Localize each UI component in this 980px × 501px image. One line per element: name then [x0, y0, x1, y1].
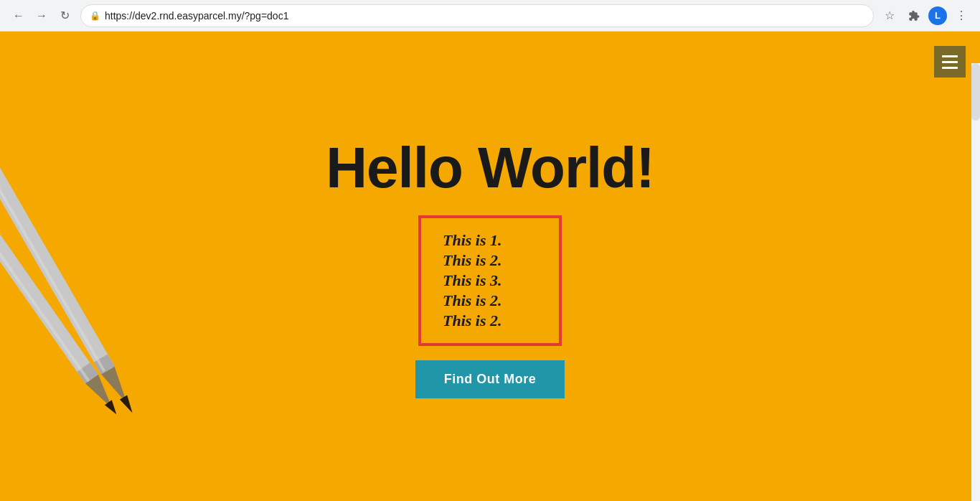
red-box-items-list: This is 1. This is 2. This is 3. This is… [443, 231, 537, 330]
svg-marker-3 [105, 400, 120, 416]
list-item: This is 2. [443, 251, 537, 270]
nav-buttons: ← → ↻ [9, 6, 75, 26]
hamburger-line-1 [942, 55, 958, 57]
extensions-button[interactable] [904, 6, 924, 26]
list-item: This is 1. [443, 231, 537, 250]
url-input[interactable] [105, 10, 864, 22]
bookmark-button[interactable]: ☆ [880, 6, 900, 26]
pencils-illustration [0, 32, 287, 448]
browser-window: ← → ↻ 🔒 ☆ L ⋮ [0, 0, 980, 501]
list-item: This is 3. [443, 271, 537, 290]
reload-button[interactable]: ↻ [55, 6, 75, 26]
hamburger-menu-button[interactable] [934, 46, 966, 78]
browser-toolbar: ← → ↻ 🔒 ☆ L ⋮ [0, 0, 980, 32]
scrollbar-track [971, 63, 980, 501]
svg-rect-4 [77, 362, 98, 383]
svg-rect-11 [0, 122, 105, 372]
forward-button[interactable]: → [32, 6, 52, 26]
hero-section: Hello World! This is 1. This is 2. This … [0, 32, 980, 501]
hero-content: Hello World! This is 1. This is 2. This … [326, 135, 654, 398]
user-avatar[interactable]: L [928, 6, 947, 25]
svg-marker-2 [85, 375, 119, 413]
red-bordered-box: This is 1. This is 2. This is 3. This is… [418, 215, 562, 346]
address-bar[interactable]: 🔒 [80, 4, 874, 27]
list-item: This is 2. [443, 312, 537, 330]
hamburger-line-3 [942, 67, 958, 69]
svg-rect-6 [0, 117, 114, 373]
menu-button[interactable]: ⋮ [951, 6, 971, 26]
toolbar-actions: ☆ L ⋮ [880, 6, 971, 26]
hamburger-line-2 [942, 61, 958, 63]
page-title: Hello World! [326, 135, 654, 201]
list-item: This is 2. [443, 291, 537, 310]
svg-marker-9 [120, 395, 136, 416]
svg-marker-8 [100, 365, 134, 408]
svg-rect-0 [0, 151, 98, 383]
scrollbar-thumb[interactable] [971, 63, 980, 121]
svg-rect-10 [94, 354, 115, 374]
back-button[interactable]: ← [9, 6, 29, 26]
svg-rect-5 [0, 156, 90, 382]
find-out-more-button[interactable]: Find Out More [415, 360, 565, 398]
lock-icon: 🔒 [90, 11, 100, 21]
page-container: Hello World! This is 1. This is 2. This … [0, 32, 980, 501]
